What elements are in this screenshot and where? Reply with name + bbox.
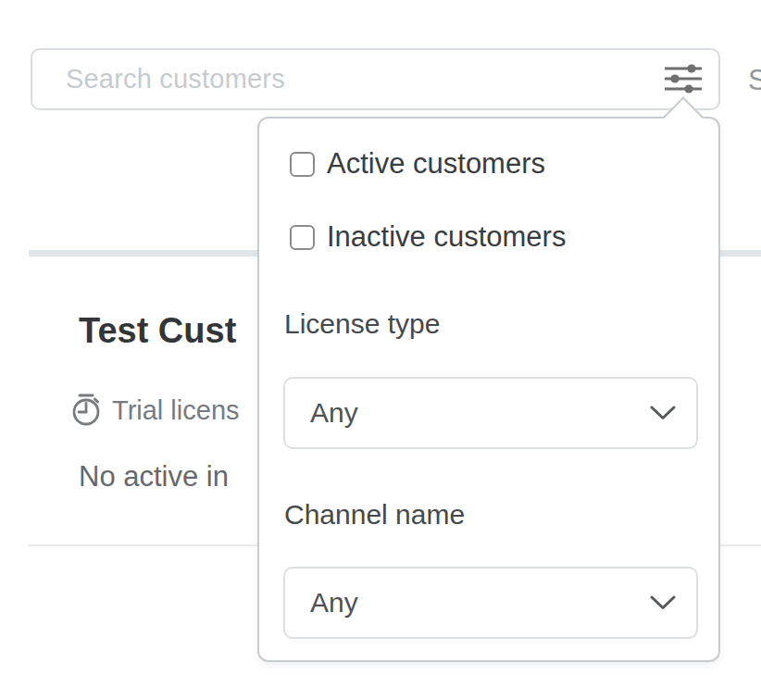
channel-name-label: Channel name (284, 499, 465, 531)
active-customers-option[interactable]: Active customers (290, 147, 545, 181)
license-type-label: License type (284, 308, 440, 340)
license-type-select[interactable]: Any (283, 377, 698, 449)
customers-page: { "search": { "placeholder": "Search cus… (0, 0, 761, 700)
filter-popover: Active customers Inactive customers Lice… (257, 117, 720, 662)
inactive-customers-label: Inactive customers (327, 220, 566, 254)
channel-name-value: Any (310, 587, 358, 619)
active-customers-label: Active customers (327, 147, 545, 181)
channel-name-select[interactable]: Any (283, 567, 698, 639)
chevron-down-icon (650, 595, 676, 611)
customer-name-heading: Test Cust (79, 311, 236, 351)
customer-license-text: Trial licens (112, 395, 240, 426)
stopwatch-icon (70, 393, 102, 428)
search-input[interactable]: Search customers (31, 48, 720, 110)
inactive-customers-option[interactable]: Inactive customers (290, 220, 566, 254)
sort-link-partial[interactable]: S (748, 64, 761, 97)
customer-license-row: Trial licens (70, 393, 240, 428)
sliders-icon (665, 63, 702, 96)
license-type-value: Any (310, 397, 358, 429)
search-placeholder: Search customers (66, 64, 285, 94)
active-customers-checkbox[interactable] (290, 152, 315, 177)
chevron-down-icon (650, 406, 676, 421)
customer-status-text: No active in (79, 460, 229, 494)
inactive-customers-checkbox[interactable] (290, 225, 315, 250)
filter-button[interactable] (663, 59, 704, 100)
